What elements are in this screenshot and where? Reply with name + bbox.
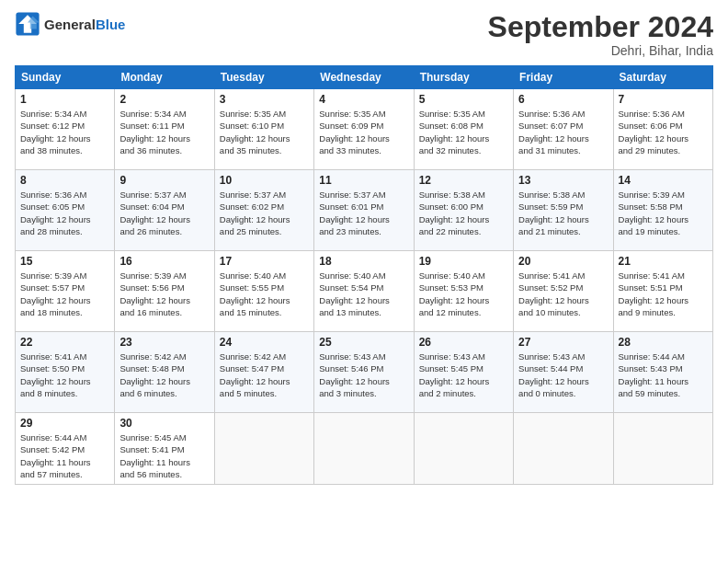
col-tuesday: Tuesday (214, 66, 313, 89)
table-row: 30Sunrise: 5:45 AM Sunset: 5:41 PM Dayli… (115, 413, 214, 485)
day-info: Sunrise: 5:44 AM Sunset: 5:43 PM Dayligh… (619, 350, 708, 399)
table-row: 4Sunrise: 5:35 AM Sunset: 6:09 PM Daylig… (314, 89, 414, 170)
col-thursday: Thursday (414, 66, 513, 89)
table-row: 26Sunrise: 5:43 AM Sunset: 5:45 PM Dayli… (414, 332, 513, 413)
logo-icon (15, 11, 40, 37)
day-info: Sunrise: 5:45 AM Sunset: 5:41 PM Dayligh… (119, 431, 209, 480)
day-info: Sunrise: 5:37 AM Sunset: 6:04 PM Dayligh… (119, 189, 209, 237)
day-number: 8 (20, 174, 109, 187)
day-info: Sunrise: 5:35 AM Sunset: 6:10 PM Dayligh… (220, 108, 309, 156)
table-row: 9Sunrise: 5:37 AM Sunset: 6:04 PM Daylig… (115, 170, 214, 251)
table-row: 16Sunrise: 5:39 AM Sunset: 5:56 PM Dayli… (115, 251, 214, 332)
table-row: 2Sunrise: 5:34 AM Sunset: 6:11 PM Daylig… (115, 89, 214, 170)
day-info: Sunrise: 5:36 AM Sunset: 6:06 PM Dayligh… (619, 108, 708, 156)
table-row: 8Sunrise: 5:36 AM Sunset: 6:05 PM Daylig… (16, 170, 115, 251)
table-row: 14Sunrise: 5:39 AM Sunset: 5:58 PM Dayli… (613, 170, 712, 251)
day-info: Sunrise: 5:39 AM Sunset: 5:57 PM Dayligh… (20, 270, 109, 318)
day-number: 26 (419, 336, 508, 349)
table-row (314, 413, 414, 485)
table-row: 17Sunrise: 5:40 AM Sunset: 5:55 PM Dayli… (214, 251, 313, 332)
day-info: Sunrise: 5:34 AM Sunset: 6:12 PM Dayligh… (20, 108, 109, 156)
day-number: 25 (319, 336, 408, 349)
day-number: 23 (119, 336, 209, 349)
table-row: 28Sunrise: 5:44 AM Sunset: 5:43 PM Dayli… (613, 332, 712, 413)
calendar: Sunday Monday Tuesday Wednesday Thursday… (15, 65, 713, 485)
day-number: 28 (619, 336, 708, 349)
col-sunday: Sunday (16, 66, 115, 89)
day-info: Sunrise: 5:42 AM Sunset: 5:48 PM Dayligh… (119, 350, 209, 399)
table-row: 21Sunrise: 5:41 AM Sunset: 5:51 PM Dayli… (613, 251, 712, 332)
day-number: 4 (319, 93, 408, 106)
table-row: 1Sunrise: 5:34 AM Sunset: 6:12 PM Daylig… (16, 89, 115, 170)
day-info: Sunrise: 5:35 AM Sunset: 6:08 PM Dayligh… (419, 108, 508, 156)
table-row: 18Sunrise: 5:40 AM Sunset: 5:54 PM Dayli… (314, 251, 414, 332)
table-row: 12Sunrise: 5:38 AM Sunset: 6:00 PM Dayli… (414, 170, 513, 251)
col-monday: Monday (115, 66, 214, 89)
day-info: Sunrise: 5:41 AM Sunset: 5:52 PM Dayligh… (518, 270, 608, 318)
day-info: Sunrise: 5:40 AM Sunset: 5:53 PM Dayligh… (419, 270, 508, 318)
col-friday: Friday (514, 66, 613, 89)
week-row-5: 29Sunrise: 5:44 AM Sunset: 5:42 PM Dayli… (16, 413, 713, 485)
day-number: 29 (20, 417, 109, 430)
logo-text: GeneralBlue (44, 17, 125, 32)
table-row: 29Sunrise: 5:44 AM Sunset: 5:42 PM Dayli… (16, 413, 115, 485)
table-row: 13Sunrise: 5:38 AM Sunset: 5:59 PM Dayli… (514, 170, 613, 251)
day-info: Sunrise: 5:39 AM Sunset: 5:58 PM Dayligh… (619, 189, 708, 237)
table-row (613, 413, 712, 485)
day-number: 17 (220, 255, 309, 268)
header: GeneralBlue September 2024 Dehri, Bihar,… (15, 11, 713, 58)
day-number: 27 (518, 336, 608, 349)
day-info: Sunrise: 5:37 AM Sunset: 6:01 PM Dayligh… (319, 189, 408, 237)
table-row: 7Sunrise: 5:36 AM Sunset: 6:06 PM Daylig… (613, 89, 712, 170)
day-info: Sunrise: 5:36 AM Sunset: 6:05 PM Dayligh… (20, 189, 109, 237)
table-row: 24Sunrise: 5:42 AM Sunset: 5:47 PM Dayli… (214, 332, 313, 413)
day-number: 15 (20, 255, 109, 268)
day-number: 30 (119, 417, 209, 430)
day-info: Sunrise: 5:38 AM Sunset: 5:59 PM Dayligh… (518, 189, 608, 237)
day-info: Sunrise: 5:43 AM Sunset: 5:44 PM Dayligh… (518, 350, 608, 399)
table-row: 6Sunrise: 5:36 AM Sunset: 6:07 PM Daylig… (514, 89, 613, 170)
location: Dehri, Bihar, India (488, 43, 713, 58)
day-number: 22 (20, 336, 109, 349)
day-info: Sunrise: 5:44 AM Sunset: 5:42 PM Dayligh… (20, 431, 109, 480)
week-row-4: 22Sunrise: 5:41 AM Sunset: 5:50 PM Dayli… (16, 332, 713, 413)
table-row: 23Sunrise: 5:42 AM Sunset: 5:48 PM Dayli… (115, 332, 214, 413)
day-number: 12 (419, 174, 508, 187)
week-row-1: 1Sunrise: 5:34 AM Sunset: 6:12 PM Daylig… (16, 89, 713, 170)
header-row: Sunday Monday Tuesday Wednesday Thursday… (16, 66, 713, 89)
table-row: 15Sunrise: 5:39 AM Sunset: 5:57 PM Dayli… (16, 251, 115, 332)
col-saturday: Saturday (613, 66, 712, 89)
day-number: 21 (619, 255, 708, 268)
day-number: 13 (518, 174, 608, 187)
day-info: Sunrise: 5:38 AM Sunset: 6:00 PM Dayligh… (419, 189, 508, 237)
table-row: 20Sunrise: 5:41 AM Sunset: 5:52 PM Dayli… (514, 251, 613, 332)
logo: GeneralBlue (15, 11, 125, 37)
day-info: Sunrise: 5:41 AM Sunset: 5:51 PM Dayligh… (619, 270, 708, 318)
table-row: 3Sunrise: 5:35 AM Sunset: 6:10 PM Daylig… (214, 89, 313, 170)
month-title: September 2024 (488, 11, 713, 43)
table-row: 19Sunrise: 5:40 AM Sunset: 5:53 PM Dayli… (414, 251, 513, 332)
col-wednesday: Wednesday (314, 66, 414, 89)
day-number: 7 (619, 93, 708, 106)
table-row (514, 413, 613, 485)
day-number: 3 (220, 93, 309, 106)
day-number: 10 (220, 174, 309, 187)
day-info: Sunrise: 5:39 AM Sunset: 5:56 PM Dayligh… (119, 270, 209, 318)
table-row: 27Sunrise: 5:43 AM Sunset: 5:44 PM Dayli… (514, 332, 613, 413)
day-number: 18 (319, 255, 408, 268)
day-number: 6 (518, 93, 608, 106)
table-row: 10Sunrise: 5:37 AM Sunset: 6:02 PM Dayli… (214, 170, 313, 251)
week-row-2: 8Sunrise: 5:36 AM Sunset: 6:05 PM Daylig… (16, 170, 713, 251)
day-number: 11 (319, 174, 408, 187)
day-info: Sunrise: 5:37 AM Sunset: 6:02 PM Dayligh… (220, 189, 309, 237)
day-number: 16 (119, 255, 209, 268)
day-info: Sunrise: 5:43 AM Sunset: 5:46 PM Dayligh… (319, 350, 408, 399)
day-number: 1 (20, 93, 109, 106)
day-number: 5 (419, 93, 508, 106)
week-row-3: 15Sunrise: 5:39 AM Sunset: 5:57 PM Dayli… (16, 251, 713, 332)
day-info: Sunrise: 5:34 AM Sunset: 6:11 PM Dayligh… (119, 108, 209, 156)
table-row: 5Sunrise: 5:35 AM Sunset: 6:08 PM Daylig… (414, 89, 513, 170)
day-info: Sunrise: 5:41 AM Sunset: 5:50 PM Dayligh… (20, 350, 109, 399)
day-info: Sunrise: 5:42 AM Sunset: 5:47 PM Dayligh… (220, 350, 309, 399)
day-info: Sunrise: 5:43 AM Sunset: 5:45 PM Dayligh… (419, 350, 508, 399)
